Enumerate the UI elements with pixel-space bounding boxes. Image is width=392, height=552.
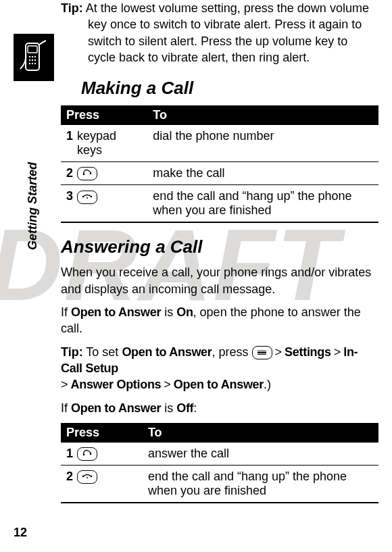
svg-point-2 xyxy=(29,56,30,57)
open-to-answer-off: If Open to Answer is Off: xyxy=(61,400,378,416)
svg-point-7 xyxy=(34,59,36,61)
phone-icon xyxy=(19,39,49,76)
table-row: 2 make the call xyxy=(61,162,378,185)
press-value xyxy=(77,443,143,466)
col-press: Press xyxy=(61,423,143,443)
section-tab-label: Getting Started xyxy=(26,162,40,250)
press-value xyxy=(77,185,147,223)
press-value: keypad keys xyxy=(77,125,147,162)
step-number: 2 xyxy=(61,466,77,503)
to-value: end the call and “hang up” the phone whe… xyxy=(143,466,378,503)
table-row: 1 keypad keys dial the phone number xyxy=(61,125,378,162)
tip-block: Tip: At the lowest volume setting, press… xyxy=(61,0,378,66)
svg-point-17 xyxy=(90,453,92,455)
svg-point-20 xyxy=(87,477,88,478)
send-key-icon xyxy=(77,447,97,461)
step-number: 2 xyxy=(61,162,77,185)
table-row: 3 end the call and “hang up” the phone w… xyxy=(61,185,378,223)
to-value: end the call and “hang up” the phone whe… xyxy=(147,185,378,223)
col-to: To xyxy=(143,423,378,443)
svg-point-19 xyxy=(91,476,93,478)
tip-label: Tip: xyxy=(61,1,83,15)
col-press: Press xyxy=(61,105,147,125)
menu-key-icon xyxy=(252,346,272,359)
answering-tip: Tip: To set Open to Answer, press >Setti… xyxy=(61,344,378,393)
to-value: answer the call xyxy=(143,443,378,466)
svg-rect-1 xyxy=(28,46,37,53)
phone-illustration-box xyxy=(14,34,54,81)
making-call-table: Press To 1 keypad keys dial the phone nu… xyxy=(61,105,378,223)
press-value xyxy=(77,466,143,503)
open-to-answer-on: If Open to Answer is On, open the phone … xyxy=(61,304,378,337)
tip-label: Tip: xyxy=(61,345,83,359)
col-to: To xyxy=(147,105,378,125)
svg-point-6 xyxy=(32,59,33,61)
page-number: 12 xyxy=(14,526,27,540)
step-number: 1 xyxy=(61,443,77,466)
press-value xyxy=(77,162,147,185)
step-number: 1 xyxy=(61,125,77,162)
svg-point-9 xyxy=(32,63,33,64)
step-number: 3 xyxy=(61,185,77,223)
to-value: make the call xyxy=(147,162,378,185)
svg-point-5 xyxy=(29,59,30,61)
table-row: 1 answer the call xyxy=(61,443,378,466)
answering-call-table: Press To 1 answer the call 2 xyxy=(61,423,378,503)
table-row: 2 end the call and “hang up” the phone w… xyxy=(61,466,378,503)
svg-point-14 xyxy=(91,195,93,197)
heading-making-a-call: Making a Call xyxy=(81,78,378,99)
svg-point-10 xyxy=(34,63,36,64)
end-key-icon xyxy=(77,191,97,204)
svg-point-8 xyxy=(29,63,30,64)
side-panel: Getting Started xyxy=(14,34,54,304)
svg-point-3 xyxy=(32,56,33,57)
svg-point-4 xyxy=(34,56,36,57)
tip-text-line1: At the lowest volume setting, press the … xyxy=(86,1,326,15)
svg-point-18 xyxy=(82,476,84,478)
svg-point-15 xyxy=(87,197,88,199)
heading-answering-a-call: Answering a Call xyxy=(61,236,378,257)
svg-point-16 xyxy=(83,454,85,456)
send-key-icon xyxy=(77,167,97,180)
svg-point-11 xyxy=(83,174,85,176)
answering-intro: When you receive a call, your phone ring… xyxy=(61,264,378,297)
svg-point-13 xyxy=(82,195,84,197)
svg-point-12 xyxy=(90,173,92,175)
end-key-icon xyxy=(77,470,97,484)
to-value: dial the phone number xyxy=(147,125,378,162)
